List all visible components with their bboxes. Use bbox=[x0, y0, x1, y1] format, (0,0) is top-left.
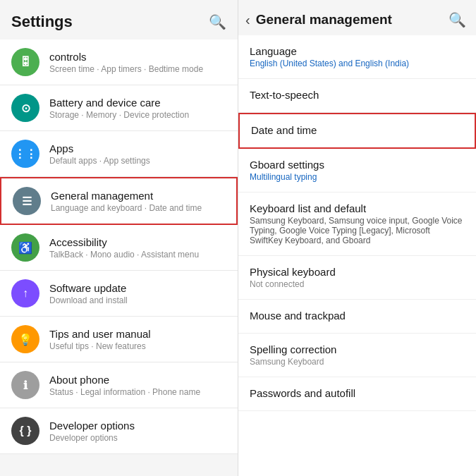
tips-subtitle: Useful tips · New features bbox=[49, 341, 226, 351]
battery-title: Battery and device care bbox=[49, 97, 226, 109]
gboard-title: Gboard settings bbox=[250, 159, 465, 171]
software-title: Software update bbox=[49, 282, 226, 294]
controls-text: controlsScreen time · App timers · Bedti… bbox=[49, 51, 226, 74]
right-item-datetime[interactable]: Date and time bbox=[238, 113, 476, 149]
right-item-tts[interactable]: Text-to-speech bbox=[238, 79, 476, 113]
accessibility-subtitle: TalkBack · Mono audio · Assistant menu bbox=[49, 250, 226, 260]
keyboard-list-title: Keyboard list and default bbox=[250, 202, 465, 214]
developer-subtitle: Developer options bbox=[49, 433, 226, 443]
settings-item-software[interactable]: ↑Software updateDownload and install bbox=[0, 271, 238, 317]
right-panel-title: General management bbox=[256, 12, 448, 28]
general-subtitle: Language and keyboard · Date and time bbox=[51, 203, 225, 213]
settings-item-controls[interactable]: 🎛controlsScreen time · App timers · Bedt… bbox=[0, 39, 238, 85]
right-item-language[interactable]: LanguageEnglish (United States) and Engl… bbox=[238, 35, 476, 79]
accessibility-title: Accessibility bbox=[49, 236, 226, 248]
passwords-title: Passwords and autofill bbox=[250, 387, 465, 399]
right-header: ‹ General management 🔍 bbox=[238, 0, 476, 35]
accessibility-text: AccessibilityTalkBack · Mono audio · Ass… bbox=[49, 236, 226, 260]
physical-keyboard-subtitle: Not connected bbox=[250, 279, 465, 289]
developer-text: Developer optionsDeveloper options bbox=[49, 420, 226, 443]
settings-item-general[interactable]: ☰General managementLanguage and keyboard… bbox=[0, 177, 238, 225]
spelling-title: Spelling correction bbox=[250, 343, 465, 355]
developer-title: Developer options bbox=[49, 420, 226, 432]
battery-icon: ⊙ bbox=[11, 94, 39, 122]
left-header: Settings 🔍 bbox=[0, 0, 238, 38]
battery-subtitle: Storage · Memory · Device protection bbox=[49, 110, 226, 120]
left-panel: Settings 🔍 🎛controlsScreen time · App ti… bbox=[0, 0, 238, 476]
settings-item-tips[interactable]: 💡Tips and user manualUseful tips · New f… bbox=[0, 317, 238, 362]
language-subtitle: English (United States) and English (Ind… bbox=[250, 59, 465, 68]
gboard-subtitle: Multilingual typing bbox=[250, 172, 465, 182]
general-icon: ☰ bbox=[13, 187, 41, 215]
apps-text: AppsDefault apps · App settings bbox=[49, 142, 226, 166]
tips-title: Tips and user manual bbox=[49, 328, 226, 340]
apps-title: Apps bbox=[49, 142, 226, 154]
datetime-title: Date and time bbox=[251, 124, 463, 136]
about-icon: ℹ bbox=[11, 371, 39, 399]
about-subtitle: Status · Legal information · Phone name bbox=[49, 387, 226, 397]
right-list: LanguageEnglish (United States) and Engl… bbox=[238, 35, 476, 476]
right-item-gboard[interactable]: Gboard settingsMultilingual typing bbox=[238, 149, 476, 193]
right-item-mouse-trackpad[interactable]: Mouse and trackpad bbox=[238, 300, 476, 334]
accessibility-icon: ♿ bbox=[11, 233, 39, 262]
mouse-trackpad-title: Mouse and trackpad bbox=[250, 310, 465, 322]
apps-subtitle: Default apps · App settings bbox=[49, 156, 226, 166]
controls-subtitle: Screen time · App timers · Bedtime mode bbox=[49, 64, 226, 74]
settings-item-about[interactable]: ℹAbout phoneStatus · Legal information ·… bbox=[0, 362, 238, 408]
controls-title: controls bbox=[49, 51, 226, 63]
spelling-subtitle: Samsung Keyboard bbox=[250, 357, 465, 367]
apps-icon: ⋮⋮ bbox=[11, 140, 39, 168]
software-subtitle: Download and install bbox=[49, 295, 226, 305]
controls-icon: 🎛 bbox=[11, 48, 39, 76]
settings-item-developer[interactable]: { }Developer optionsDeveloper options bbox=[0, 408, 238, 454]
search-icon-right[interactable]: 🔍 bbox=[448, 11, 466, 28]
language-title: Language bbox=[250, 45, 465, 57]
general-text: General managementLanguage and keyboard … bbox=[51, 190, 225, 213]
about-title: About phone bbox=[49, 374, 226, 386]
tips-icon: 💡 bbox=[11, 325, 39, 353]
tips-text: Tips and user manualUseful tips · New fe… bbox=[49, 328, 226, 351]
keyboard-list-subtitle: Samsung Keyboard, Samsung voice input, G… bbox=[250, 216, 465, 245]
tts-title: Text-to-speech bbox=[250, 89, 465, 101]
about-text: About phoneStatus · Legal information · … bbox=[49, 374, 226, 397]
right-panel: ‹ General management 🔍 LanguageEnglish (… bbox=[238, 0, 476, 476]
settings-item-apps[interactable]: ⋮⋮AppsDefault apps · App settings bbox=[0, 131, 238, 177]
settings-item-battery[interactable]: ⊙Battery and device careStorage · Memory… bbox=[0, 85, 238, 131]
general-title: General management bbox=[51, 190, 225, 202]
battery-text: Battery and device careStorage · Memory … bbox=[49, 97, 226, 120]
right-item-spelling[interactable]: Spelling correctionSamsung Keyboard bbox=[238, 334, 476, 377]
software-text: Software updateDownload and install bbox=[49, 282, 226, 305]
back-arrow-icon[interactable]: ‹ bbox=[245, 12, 250, 28]
right-item-passwords[interactable]: Passwords and autofill bbox=[238, 377, 476, 411]
physical-keyboard-title: Physical keyboard bbox=[250, 266, 465, 278]
settings-list: 🎛controlsScreen time · App timers · Bedt… bbox=[0, 38, 238, 476]
left-panel-title: Settings bbox=[11, 13, 73, 31]
right-item-keyboard-list[interactable]: Keyboard list and defaultSamsung Keyboar… bbox=[238, 193, 476, 256]
developer-icon: { } bbox=[11, 417, 39, 445]
right-item-physical-keyboard[interactable]: Physical keyboardNot connected bbox=[238, 256, 476, 300]
search-icon-left[interactable]: 🔍 bbox=[209, 13, 226, 30]
settings-item-accessibility[interactable]: ♿AccessibilityTalkBack · Mono audio · As… bbox=[0, 225, 238, 271]
software-icon: ↑ bbox=[11, 279, 39, 307]
